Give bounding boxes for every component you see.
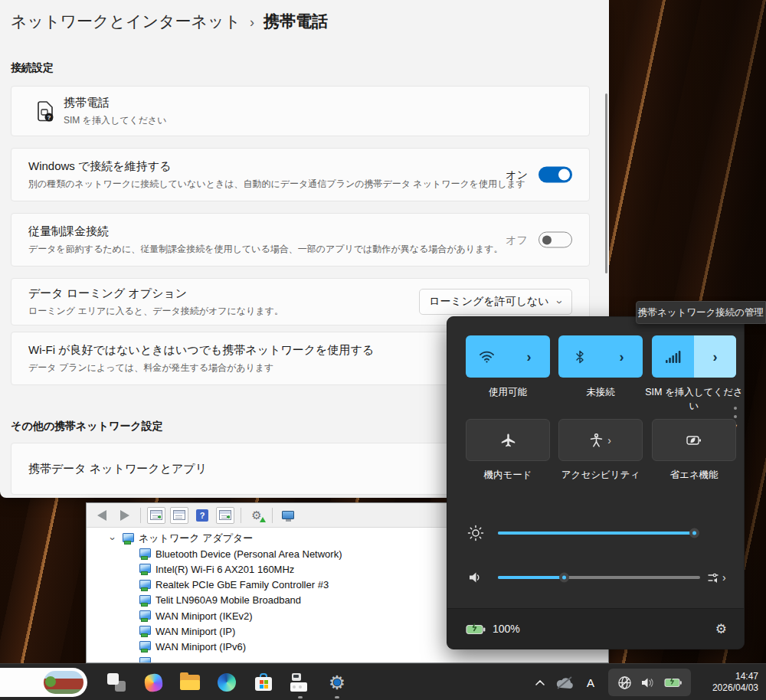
bluetooth-toggle-half[interactable] [558, 335, 601, 378]
no-internet-globe-icon [617, 675, 632, 690]
back-button[interactable] [93, 507, 111, 524]
cellular-tile[interactable]: › [652, 335, 736, 378]
devices-by-type-button[interactable] [216, 507, 234, 524]
sim-card-title: 携帯電話 [64, 96, 167, 110]
airplane-mode-tile[interactable] [466, 419, 550, 461]
quick-settings-gear-icon[interactable]: ⚙ [715, 623, 727, 636]
taskbar-clock[interactable]: 14:47 2026/04/03 [696, 671, 766, 694]
update-driver-button[interactable] [279, 507, 297, 524]
microsoft-store-button[interactable] [245, 664, 282, 700]
widgets-button[interactable] [0, 668, 87, 697]
pager-dot[interactable] [734, 415, 737, 418]
wifi-expand-half[interactable]: › [508, 335, 550, 378]
keep-connected-card: Windows で接続を維持する 別の種類のネットワークに接続していないときは、… [11, 148, 590, 201]
brightness-icon [466, 525, 486, 541]
keep-connected-title: Windows で接続を維持する [28, 159, 525, 174]
show-console-tree-button[interactable] [147, 507, 165, 524]
device-manager-icon [290, 673, 310, 692]
tree-node-label: ネットワーク アダプター [139, 532, 253, 545]
metered-toggle[interactable] [538, 232, 572, 248]
section-other-cellular-settings: その他の携帯ネットワーク設定 [11, 420, 163, 433]
bluetooth-tile[interactable]: › [558, 335, 643, 378]
cellular-tooltip: 携帯ネットワーク接続の管理 [636, 301, 766, 324]
cellular-expand-half[interactable]: › [694, 335, 736, 378]
network-adapter-icon [139, 564, 151, 574]
accessibility-tile[interactable]: › [558, 419, 643, 461]
task-view-icon [107, 673, 126, 692]
keep-connected-toggle[interactable] [538, 167, 572, 183]
network-adapter-icon [139, 657, 151, 662]
bluetooth-expand-half[interactable]: › [601, 335, 643, 378]
breadcrumb: ネットワークとインターネット › 携帯電話 [11, 11, 328, 32]
device-manager-button[interactable] [282, 664, 319, 700]
tree-expand-icon[interactable]: › [107, 534, 119, 543]
accessibility-tile-label: アクセシビリティ [551, 468, 650, 482]
metered-description: データを節約するために、従量制課金接続を使用している場合、一部のアプリでは動作が… [28, 243, 503, 256]
chevron-right-icon: › [620, 350, 624, 364]
quick-settings-panel: › › › 使用可能 未接続 S [447, 316, 745, 649]
svg-text:?: ? [47, 114, 51, 121]
wifi-fallback-title: Wi-Fi が良好ではないときはいつでも携帯ネットワークを使用する [28, 343, 374, 358]
airplane-icon [501, 433, 516, 447]
roaming-dropdown-value: ローミングを許可しない [429, 295, 549, 309]
network-adapter-category-icon [122, 533, 134, 544]
edge-button[interactable] [208, 664, 245, 700]
brightness-fill [498, 532, 692, 535]
metered-title: 従量制課金接続 [28, 224, 503, 239]
copilot-button[interactable] [135, 664, 172, 700]
onedrive-paused-icon [555, 676, 574, 689]
brightness-slider[interactable] [498, 532, 699, 535]
network-adapter-icon [139, 641, 151, 652]
breadcrumb-separator-icon: › [250, 15, 254, 31]
wifi-toggle-half[interactable] [466, 335, 508, 378]
accessibility-icon [590, 433, 603, 447]
audio-output-selector[interactable]: › [708, 572, 726, 584]
settings-button[interactable]: ⚙ [319, 664, 355, 700]
brightness-slider-thumb[interactable] [689, 528, 699, 538]
running-indicator [298, 696, 303, 698]
pager-dot[interactable] [734, 407, 737, 410]
section-connection-settings: 接続設定 [11, 61, 54, 75]
forward-button[interactable] [116, 507, 134, 524]
bluetooth-icon [575, 350, 584, 364]
taskbar-app-icons: ⚙ [98, 664, 355, 700]
volume-slider-thumb[interactable] [559, 573, 569, 583]
airplane-tile-label: 機内モード [458, 468, 558, 482]
sim-card-icon: ? [34, 100, 56, 123]
energy-saver-icon [686, 434, 702, 446]
onedrive-tray-button[interactable] [552, 676, 578, 689]
cellular-toggle-half[interactable] [652, 335, 694, 378]
brightness-row [447, 522, 744, 545]
wifi-fallback-description: データ プランによっては、料金が発生する場合があります [28, 361, 374, 375]
tray-volume-icon [641, 677, 655, 689]
taskbar: ⚙ A [0, 663, 766, 700]
help-button[interactable]: ? [193, 507, 211, 524]
roaming-title: データ ローミング オプション [28, 286, 283, 301]
tree-item-label: WAN Miniport (IP) [155, 626, 235, 637]
cellular-tile-label: SIM を挿入してください [644, 385, 744, 413]
tree-item-label: Bluetooth Device (Personal Area Network) [155, 548, 342, 560]
file-explorer-button[interactable] [172, 664, 208, 700]
ime-mode-indicator[interactable]: A [578, 676, 604, 689]
clock-time: 14:47 [696, 671, 758, 682]
scan-hardware-changes-button[interactable]: ⚙ [247, 507, 266, 524]
widget-thumbnail-image [44, 671, 83, 694]
volume-slider[interactable] [498, 576, 700, 579]
tree-item-label: Realtek PCIe GbE Family Controller #3 [155, 579, 329, 590]
tree-item-partial[interactable] [87, 655, 608, 663]
properties-button[interactable] [170, 507, 188, 524]
tray-overflow-button[interactable] [529, 680, 552, 685]
tray-battery-icon [664, 678, 682, 688]
battery-status[interactable]: 100% [466, 623, 520, 635]
chevron-down-icon: › [554, 300, 567, 304]
quick-settings-tray-button[interactable] [608, 669, 691, 696]
wifi-tile-label: 使用可能 [458, 385, 558, 399]
cellular-signal-icon [666, 351, 681, 363]
breadcrumb-network-internet[interactable]: ネットワークとインターネット [11, 11, 241, 32]
energy-saver-tile[interactable] [652, 419, 736, 461]
network-adapter-icon [139, 610, 151, 621]
wifi-tile[interactable]: › [466, 335, 550, 378]
task-view-button[interactable] [98, 664, 135, 700]
roaming-dropdown[interactable]: ローミングを許可しない › [419, 289, 572, 315]
settings-scrollbar[interactable] [605, 93, 607, 273]
